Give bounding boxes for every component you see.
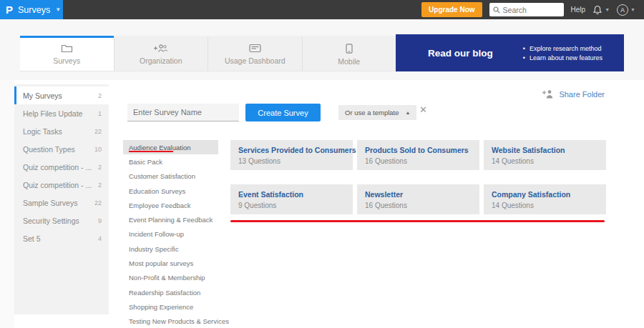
sidebar-item-quiz-competition-2[interactable]: Quiz competition - ... 2 [14, 176, 109, 194]
sidebar-item-sample-surveys[interactable]: Sample Surveys 22 [14, 194, 109, 212]
upgrade-now-button[interactable]: Upgrade Now [421, 2, 482, 17]
search-icon [493, 6, 500, 14]
count-badge: 10 [94, 146, 102, 153]
tab-label: Usage Dashboard [225, 56, 286, 65]
content-area: My Surveys 2 Help Files Update 1 Logic T… [0, 80, 644, 328]
red-underline-annotation-cards [230, 220, 605, 222]
create-survey-button[interactable]: Create Survey [245, 104, 321, 121]
tab-organization[interactable]: Organization [114, 36, 208, 71]
tab-label: Surveys [53, 56, 80, 65]
help-link[interactable]: Help [571, 6, 586, 14]
dashboard-icon [249, 44, 261, 53]
tab-mobile[interactable]: Mobile [302, 36, 396, 71]
template-card[interactable]: Event Satisfaction 9 Questions [230, 184, 353, 214]
category-customer-satisfaction[interactable]: Customer Satisfaction [123, 169, 218, 184]
sidebar-item-my-surveys[interactable]: My Surveys 2 [14, 86, 109, 104]
phone-icon [346, 44, 353, 54]
category-most-popular-surveys[interactable]: Most popular surveys [123, 256, 218, 270]
main-pane: Share Folder Create Survey Or use a temp… [109, 80, 644, 328]
chevron-down-icon: ▼ [605, 7, 610, 12]
template-card[interactable]: Company Satisfaction 14 Questions [484, 184, 606, 214]
proprofs-logo: P [6, 0, 13, 19]
left-gutter [0, 80, 14, 328]
product-name: Surveys [18, 5, 50, 15]
person-add-icon [542, 89, 554, 99]
category-audience-evaluation[interactable]: Audience Evaluation [123, 140, 218, 154]
template-card[interactable]: Products Sold to Consumers 16 Questions [357, 140, 479, 170]
category-employee-feedback[interactable]: Employee Feedback [123, 198, 218, 212]
tab-usage-dashboard[interactable]: Usage Dashboard [208, 36, 302, 71]
category-education-surveys[interactable]: Education Surveys [123, 184, 218, 198]
count-badge: 2 [98, 164, 102, 171]
top-tabs: Surveys Organization Usage Dashboard Mob… [20, 36, 396, 71]
topbar: P Surveys ▼ Upgrade Now Help ▼ A ▼ [0, 0, 644, 19]
share-folder-button[interactable]: Share Folder [542, 89, 605, 99]
template-card-grid: Services Provided to Consumers 13 Questi… [230, 140, 606, 214]
tab-surveys[interactable]: Surveys [20, 36, 114, 71]
count-badge: 2 [98, 92, 102, 99]
account-menu[interactable]: A ▼ [617, 4, 635, 16]
count-badge: 22 [94, 199, 102, 207]
category-readership-satisfaction[interactable]: Readership Satisfaction [123, 285, 218, 299]
sidebar-item-set-5[interactable]: Set 5 4 [14, 229, 109, 247]
sidebar-item-security-settings[interactable]: Security Settings 9 [14, 212, 109, 229]
folders-sidebar: My Surveys 2 Help Files Update 1 Logic T… [14, 84, 109, 314]
close-icon[interactable]: ✕ [419, 105, 427, 114]
banner-bullet: Learn about new features [523, 54, 602, 61]
template-card[interactable]: Newsletter 16 Questions [357, 184, 479, 214]
template-card[interactable]: Services Provided to Consumers 13 Questi… [230, 140, 353, 170]
template-category-list: Audience Evaluation Basic Pack Customer … [123, 140, 218, 328]
notifications-button[interactable]: ▼ [592, 5, 610, 15]
banner-bullets: Explore research method Learn about new … [523, 43, 602, 64]
count-badge: 9 [98, 217, 102, 224]
chevron-down-icon: ▼ [55, 6, 61, 13]
category-testing-new-products[interactable]: Testing New Products & Services [123, 314, 218, 328]
category-non-profit-membership[interactable]: Non-Profit & Membership [123, 271, 218, 285]
category-basic-pack[interactable]: Basic Pack [123, 154, 218, 169]
tab-label: Mobile [338, 57, 360, 66]
banner-bullet: Explore research method [523, 45, 602, 52]
search-input[interactable] [503, 6, 560, 14]
folder-icon [61, 44, 73, 53]
tab-label: Organization [140, 56, 182, 65]
chevron-up-icon: ▲ [406, 110, 411, 115]
template-dropdown[interactable]: Or use a template ▲ [338, 105, 416, 120]
header-band: Surveys Organization Usage Dashboard Mob… [20, 34, 624, 71]
category-shopping-experience[interactable]: Shopping Experience [123, 299, 218, 314]
banner-title: Read our blog [428, 48, 493, 59]
count-badge: 4 [98, 235, 102, 242]
bell-icon [592, 5, 602, 15]
topbar-right: Upgrade Now Help ▼ A ▼ [421, 2, 644, 17]
count-badge: 2 [98, 182, 102, 189]
count-badge: 22 [94, 128, 102, 135]
survey-name-input[interactable] [127, 104, 239, 121]
template-dropdown-label: Or use a template [345, 109, 399, 116]
blog-promo-banner[interactable]: Read our blog Explore research method Le… [396, 34, 624, 71]
chevron-down-icon: ▼ [630, 7, 635, 12]
sidebar-item-question-types[interactable]: Question Types 10 [14, 140, 109, 158]
template-card[interactable]: Website Satisfaction 14 Questions [484, 140, 606, 170]
category-incident-follow-up[interactable]: Incident Follow-up [123, 227, 218, 242]
sidebar-item-logic-tasks[interactable]: Logic Tasks 22 [14, 122, 109, 140]
sidebar-item-help-files-update[interactable]: Help Files Update 1 [14, 104, 109, 122]
people-add-icon [154, 44, 168, 53]
avatar: A [617, 4, 628, 16]
sidebar-item-quiz-competition-1[interactable]: Quiz competition - ... 2 [14, 158, 109, 176]
app-window: P Surveys ▼ Upgrade Now Help ▼ A ▼ [0, 0, 644, 328]
search-box[interactable] [489, 3, 564, 16]
red-underline-annotation-category [129, 151, 173, 152]
count-badge: 1 [98, 110, 102, 117]
product-switcher[interactable]: P Surveys ▼ [0, 0, 63, 19]
share-folder-label: Share Folder [559, 90, 605, 99]
category-industry-specific[interactable]: Industry Specific [123, 242, 218, 256]
category-event-planning-feedback[interactable]: Event Planning & Feedback [123, 212, 218, 227]
